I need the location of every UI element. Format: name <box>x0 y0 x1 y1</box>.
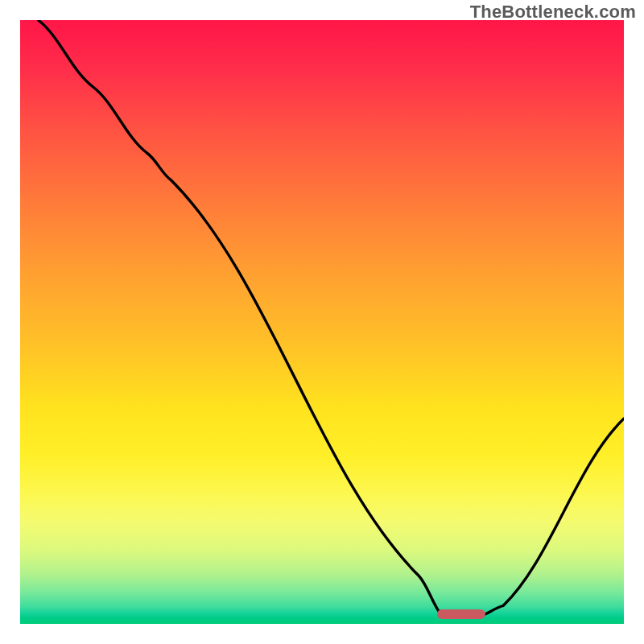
chart-canvas: TheBottleneck.com <box>0 0 644 644</box>
optimal-marker <box>437 609 485 619</box>
bottleneck-curve <box>39 20 625 617</box>
plot-area <box>20 20 624 624</box>
curve-layer <box>20 20 624 624</box>
